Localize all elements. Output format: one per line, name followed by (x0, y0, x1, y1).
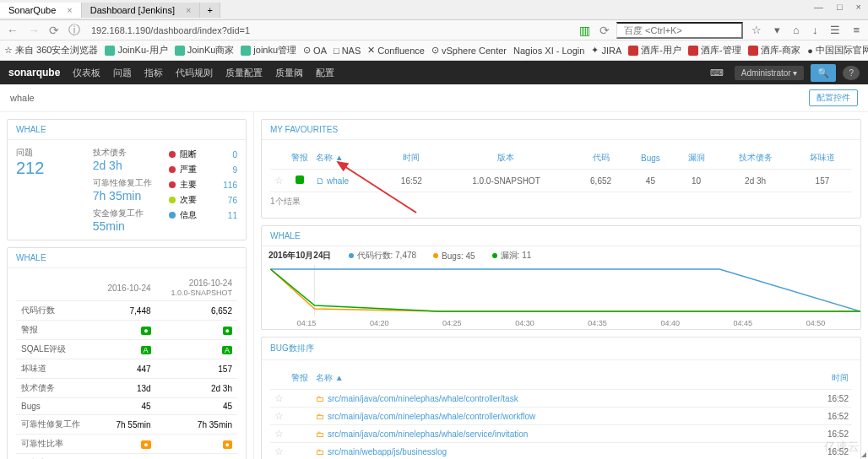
bookmark-item[interactable]: joinku管理 (241, 44, 296, 57)
download-icon[interactable]: ↓ (808, 24, 822, 36)
star-icon[interactable]: ☆ (274, 175, 284, 186)
metric-value[interactable]: 157 (156, 359, 237, 379)
url-input[interactable] (87, 24, 572, 37)
metric-value[interactable]: 2d 3h (156, 379, 237, 398)
col-time[interactable]: 时间 (801, 367, 852, 390)
tech-debt-value[interactable]: 2d 3h (93, 159, 161, 172)
table-row[interactable]: ☆🗀src/main/java/com/ninelephas/whale/ser… (270, 425, 852, 443)
metric-value[interactable]: 45 (95, 398, 156, 415)
bookmark-item[interactable]: 酒库-管理 (688, 44, 741, 57)
col-alert[interactable]: 警报 (287, 367, 312, 390)
table-row[interactable]: ☆🗀src/main/java/com/ninelephas/whale/con… (270, 408, 852, 425)
metric-value[interactable]: 7h 55min (95, 415, 156, 435)
issues-count[interactable]: 212 (16, 159, 84, 178)
component-link[interactable]: src/main/webapp/js/businesslog (328, 447, 447, 456)
col-name[interactable]: 名称 ▲ (312, 367, 801, 390)
search-icon[interactable]: 🔍 (811, 64, 836, 82)
star-icon[interactable]: ☆ (274, 446, 284, 457)
metric-value[interactable]: ● (95, 321, 156, 340)
table-row[interactable]: ☆🗀src/main/webapp/js/businesslog16:52 (270, 443, 852, 460)
star-icon[interactable]: ☆ (274, 392, 284, 404)
severity-count[interactable]: 9 (232, 165, 237, 175)
bookmark-item[interactable]: ✦ JIRA (591, 45, 621, 56)
metric-value[interactable]: A (156, 340, 237, 359)
new-tab-button[interactable]: + (200, 3, 220, 18)
tab-jenkins[interactable]: Dashboard [Jenkins] × (82, 3, 201, 18)
severity-count[interactable]: 76 (228, 196, 237, 205)
bookmark-item[interactable]: ⊙ OA (303, 45, 327, 56)
minimize-button[interactable]: — (807, 0, 830, 14)
metric-value[interactable]: 1,553 (95, 454, 156, 460)
metric-value[interactable]: 6,652 (156, 301, 237, 321)
metric-value[interactable]: 7h 35min (156, 415, 237, 435)
help-icon[interactable]: ? (843, 66, 860, 80)
severity-row[interactable]: 次要76 (169, 192, 237, 208)
security-value[interactable]: 55min (93, 219, 161, 233)
reader-icon[interactable]: ▥ (577, 24, 593, 37)
sonar-logo[interactable]: sonarqube (8, 67, 60, 78)
bookmark-item[interactable]: JoinKu-用户 (105, 44, 167, 57)
bookmark-item[interactable]: ✕ Confluence (367, 45, 425, 56)
bookmarks-icon[interactable]: ☰ (826, 24, 844, 36)
reload-icon[interactable]: ⟳ (597, 24, 612, 37)
bookmark-item[interactable]: ☆ 来自 360安全浏览器 (4, 44, 98, 57)
severity-row[interactable]: 严重9 (169, 162, 237, 177)
metric-value[interactable]: 1,164 (156, 454, 237, 460)
shortcuts-icon[interactable]: ⌨ (706, 66, 728, 80)
bookmark-item[interactable]: JoinKu商家 (175, 44, 235, 57)
col-debt[interactable]: 技术债务 (718, 147, 792, 170)
star-icon[interactable]: ☆ (274, 410, 284, 422)
timeline-chart[interactable] (262, 265, 860, 316)
severity-row[interactable]: 主要116 (169, 177, 237, 192)
metric-value[interactable]: 447 (95, 359, 156, 379)
table-row[interactable]: ☆🗀src/main/java/com/ninelephas/whale/con… (270, 390, 852, 408)
metric-value[interactable]: 13d (95, 379, 156, 398)
home-button[interactable]: ⌂ (789, 24, 804, 36)
col-code[interactable]: 代码 (575, 147, 627, 170)
search-input[interactable] (616, 22, 743, 39)
col-bugs[interactable]: Bugs (627, 147, 675, 170)
bookmark-item[interactable]: 酒库-用户 (628, 44, 681, 57)
nav-issues[interactable]: 问题 (113, 67, 132, 79)
info-icon[interactable]: ⓘ (66, 23, 83, 38)
nav-rules[interactable]: 代码规则 (176, 67, 213, 79)
col-version[interactable]: 版本 (437, 147, 575, 170)
star-icon[interactable]: ☆ (274, 428, 284, 440)
close-icon[interactable]: × (67, 5, 72, 15)
forward-button[interactable]: → (25, 24, 42, 37)
severity-count[interactable]: 0 (232, 150, 237, 159)
tab-sonarqube[interactable]: SonarQube × (0, 3, 82, 18)
user-dropdown[interactable]: Administrator ▾ (735, 66, 805, 80)
col-smell[interactable]: 坏味道 (793, 147, 852, 170)
self-icon[interactable]: ☆ (747, 24, 766, 36)
table-row[interactable]: ☆ 🗋whale 16:52 1.0.0-SNAPSHOT 6,652 45 1… (270, 170, 852, 192)
pocket-icon[interactable]: ▾ (770, 24, 784, 36)
col-name[interactable]: 名称 ▲ (312, 147, 386, 170)
metric-value[interactable]: 45 (156, 398, 237, 415)
col-alert[interactable]: 警报 (287, 147, 312, 170)
col-time[interactable]: 时间 (386, 147, 437, 170)
component-link[interactable]: src/main/java/com/ninelephas/whale/contr… (328, 412, 535, 421)
bookmark-item[interactable]: □ NAS (334, 46, 361, 56)
severity-count[interactable]: 11 (228, 211, 237, 220)
severity-count[interactable]: 116 (223, 181, 237, 190)
close-icon[interactable]: × (186, 5, 191, 15)
reload-button[interactable]: ⟳ (46, 24, 62, 37)
resize-handle-icon[interactable] (861, 452, 866, 457)
close-button[interactable]: × (849, 0, 868, 14)
metric-value[interactable]: ● (156, 435, 237, 454)
severity-row[interactable]: 阻断0 (169, 147, 237, 162)
severity-row[interactable]: 信息11 (169, 208, 237, 223)
reliability-value[interactable]: 7h 35min (93, 189, 161, 202)
bookmark-item[interactable]: ● 中国国际官网 (807, 44, 868, 57)
nav-gates[interactable]: 质量阈 (275, 67, 303, 79)
project-link[interactable]: whale (327, 176, 349, 186)
back-button[interactable]: ← (4, 24, 21, 37)
menu-icon[interactable]: ≡ (849, 24, 864, 36)
nav-dashboards[interactable]: 仪表板 (73, 67, 100, 79)
nav-profiles[interactable]: 质量配置 (225, 67, 263, 79)
maximize-button[interactable]: □ (830, 0, 849, 14)
config-widgets-button[interactable]: 配置控件 (809, 89, 858, 106)
col-vuln[interactable]: 漏洞 (675, 147, 719, 170)
component-link[interactable]: src/main/java/com/ninelephas/whale/servi… (328, 429, 528, 439)
